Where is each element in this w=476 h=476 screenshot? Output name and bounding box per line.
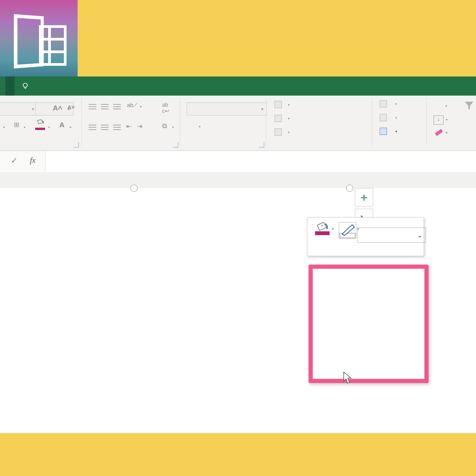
chart-resize-handle[interactable] (346, 185, 353, 192)
fill-color-bar (35, 128, 45, 130)
chevron-down-icon: ▾ (288, 117, 290, 120)
tell-me[interactable] (15, 76, 32, 96)
enter-check-icon[interactable]: ✓ (11, 156, 18, 166)
fill-bucket-icon[interactable] (314, 221, 330, 236)
font-name-combo[interactable]: ▼ (0, 102, 37, 115)
alignment-dialog-launcher[interactable] (173, 142, 178, 148)
filter-funnel-icon (464, 101, 474, 111)
align-top-icon[interactable] (89, 104, 96, 109)
group-divider (81, 98, 82, 146)
cell-styles-icon (275, 128, 282, 136)
merge-center-icon[interactable]: ⧉ (162, 122, 167, 130)
chevron-down-icon[interactable]: ▾ (24, 125, 26, 129)
chevron-down-icon: ▾ (395, 130, 397, 133)
ribbon-contextual-tabs (5, 76, 15, 96)
increase-font-icon[interactable]: A˄ (53, 104, 62, 112)
footer-banner (0, 433, 476, 476)
chevron-down-icon[interactable]: ▾ (140, 105, 142, 109)
top-banner (0, 0, 476, 76)
chevron-down-icon: ▼ (31, 107, 35, 111)
font-color-icon[interactable]: A (59, 121, 65, 129)
orientation-icon[interactable]: ab⟋ (127, 102, 137, 109)
formula-bar-buttons: ✓ fx (0, 151, 45, 172)
excel-logo-grid (39, 25, 67, 66)
context-menu-items (313, 269, 424, 379)
decrease-font-icon[interactable]: A˅ (67, 104, 75, 110)
insert-function-icon[interactable]: fx (30, 156, 36, 165)
insert-cells-button[interactable]: ▾ (380, 100, 397, 107)
insert-cells-icon (380, 100, 387, 107)
number-dialog-launcher[interactable] (259, 142, 264, 148)
chevron-down-icon[interactable]: ▾ (446, 131, 448, 135)
excel-logo (0, 0, 78, 76)
ribbon-tab-row (0, 76, 476, 96)
outline-pencil-icon[interactable] (339, 222, 356, 239)
font-dialog-launcher[interactable] (73, 142, 79, 148)
delete-cells-icon (380, 114, 387, 121)
lightbulb-icon (21, 82, 29, 90)
chevron-down-icon[interactable]: ▾ (199, 125, 201, 128)
fill-down-icon[interactable]: ↓ (434, 115, 444, 125)
group-divider (180, 98, 180, 146)
plus-icon: + (361, 191, 368, 203)
format-cells-button[interactable]: ▾ (380, 128, 397, 135)
chart-resize-handle[interactable] (130, 185, 138, 192)
context-menu (309, 265, 429, 383)
group-divider (372, 98, 372, 146)
align-bottom-icon[interactable] (113, 104, 121, 109)
mouse-cursor (343, 372, 353, 385)
mini-toolbar: ▾ ▾ ⌄ (307, 217, 424, 256)
cell-styles-button[interactable]: ▾ (275, 128, 290, 136)
chevron-down-icon[interactable]: ▾ (332, 227, 334, 231)
fill-color-icon[interactable] (35, 119, 45, 130)
conditional-formatting-button[interactable]: ▾ (275, 101, 290, 108)
format-as-table-icon (275, 115, 282, 122)
chevron-down-icon: ▾ (288, 130, 290, 134)
ribbon-body: ▼ ▼ A˄ A˅ ▾ ⊞ ▾ ▾ A ▾ ab⟋ ▾ abc↩ (0, 96, 476, 151)
align-right-icon[interactable] (113, 125, 121, 130)
format-cells-icon (380, 128, 387, 135)
chevron-down-icon[interactable]: ▾ (445, 104, 447, 108)
ribbon-tabs (0, 76, 4, 96)
conditional-formatting-icon (275, 101, 282, 108)
number-format-combo[interactable]: ▼ (187, 102, 267, 115)
clear-eraser-icon[interactable] (435, 129, 443, 136)
increase-indent-icon[interactable]: ⇥ (137, 122, 142, 130)
decrease-indent-icon[interactable]: ⇤ (126, 122, 132, 130)
formula-bar: ✓ fx (0, 150, 476, 173)
excel-screenshot: ▼ ▼ A˄ A˅ ▾ ⊞ ▾ ▾ A ▾ ab⟋ ▾ abc↩ (0, 0, 476, 476)
chart-elements-button[interactable]: + (355, 188, 373, 206)
format-as-table-button[interactable]: ▾ (275, 115, 290, 122)
group-divider (426, 98, 427, 146)
chevron-down-icon[interactable]: ▾ (48, 125, 50, 129)
chevron-down-icon[interactable]: ▾ (70, 125, 71, 129)
chevron-down-icon: ▾ (395, 102, 397, 106)
chevron-down-icon: ▾ (288, 103, 290, 107)
chevron-down-icon[interactable]: ▾ (446, 118, 448, 122)
borders-icon[interactable]: ⊞ (14, 121, 19, 129)
wrap-text-icon[interactable]: abc↩ (162, 102, 169, 114)
delete-cells-button[interactable]: ▾ (380, 114, 397, 121)
align-middle-icon[interactable] (101, 104, 109, 109)
column-headers (0, 172, 476, 188)
align-left-icon[interactable] (89, 125, 96, 130)
chevron-down-icon: ⌄ (417, 231, 422, 239)
chevron-down-icon: ▼ (260, 107, 264, 111)
chart[interactable] (0, 188, 350, 433)
chevron-down-icon: ▾ (395, 116, 397, 120)
chevron-down-icon[interactable]: ▾ (172, 125, 174, 129)
chevron-down-icon[interactable]: ▾ (3, 125, 5, 129)
series-selector-dropdown[interactable]: ⌄ (357, 227, 426, 243)
align-center-icon[interactable] (101, 125, 109, 130)
